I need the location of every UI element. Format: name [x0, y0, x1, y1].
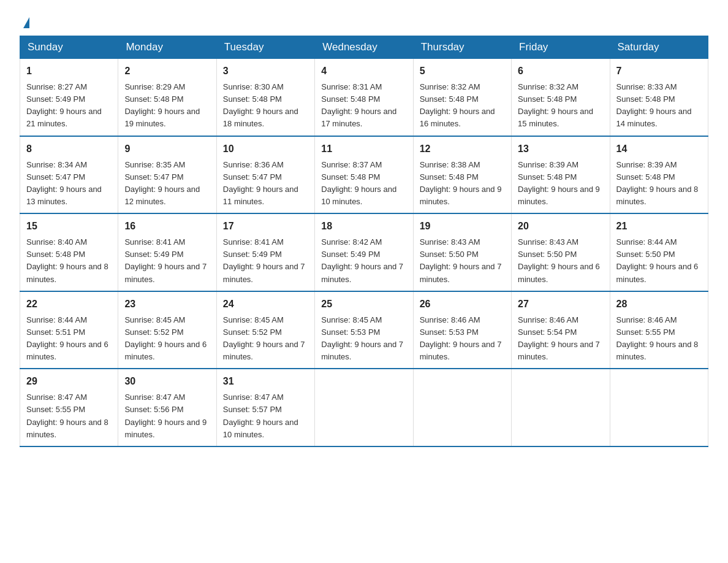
calendar-cell: 10Sunrise: 8:36 AMSunset: 5:47 PMDayligh…: [216, 136, 314, 214]
calendar-cell: [512, 369, 610, 446]
calendar-cell: 20Sunrise: 8:43 AMSunset: 5:50 PMDayligh…: [512, 213, 610, 291]
day-number: 18: [321, 219, 406, 234]
calendar-cell: 19Sunrise: 8:43 AMSunset: 5:50 PMDayligh…: [413, 213, 511, 291]
day-info: Sunrise: 8:47 AMSunset: 5:55 PMDaylight:…: [26, 393, 108, 439]
day-number: 5: [420, 64, 505, 79]
day-number: 15: [26, 219, 112, 234]
day-number: 4: [321, 64, 406, 79]
day-info: Sunrise: 8:47 AMSunset: 5:56 PMDaylight:…: [124, 393, 207, 439]
day-number: 11: [321, 142, 406, 156]
calendar-cell: 14Sunrise: 8:39 AMSunset: 5:48 PMDayligh…: [610, 136, 708, 214]
header-day-sunday: Sunday: [20, 36, 118, 59]
calendar-cell: 24Sunrise: 8:45 AMSunset: 5:52 PMDayligh…: [216, 291, 314, 369]
day-info: Sunrise: 8:37 AMSunset: 5:48 PMDaylight:…: [321, 160, 396, 206]
day-info: Sunrise: 8:42 AMSunset: 5:49 PMDaylight:…: [321, 237, 403, 283]
day-number: 3: [223, 64, 308, 79]
day-number: 9: [124, 142, 210, 156]
calendar-week-row: 15Sunrise: 8:40 AMSunset: 5:48 PMDayligh…: [20, 213, 708, 291]
day-number: 30: [124, 374, 210, 389]
day-info: Sunrise: 8:43 AMSunset: 5:50 PMDaylight:…: [420, 237, 502, 283]
calendar-cell: 9Sunrise: 8:35 AMSunset: 5:47 PMDaylight…: [118, 136, 216, 214]
day-info: Sunrise: 8:31 AMSunset: 5:48 PMDaylight:…: [321, 82, 396, 128]
day-info: Sunrise: 8:36 AMSunset: 5:47 PMDaylight:…: [223, 160, 298, 206]
day-info: Sunrise: 8:46 AMSunset: 5:55 PMDaylight:…: [616, 315, 699, 361]
calendar-cell: 18Sunrise: 8:42 AMSunset: 5:49 PMDayligh…: [315, 213, 413, 291]
day-info: Sunrise: 8:46 AMSunset: 5:53 PMDaylight:…: [420, 315, 502, 361]
day-number: 2: [124, 64, 210, 79]
day-info: Sunrise: 8:40 AMSunset: 5:48 PMDaylight:…: [26, 237, 108, 283]
day-number: 14: [616, 142, 702, 156]
calendar-cell: 30Sunrise: 8:47 AMSunset: 5:56 PMDayligh…: [118, 369, 216, 446]
header-day-tuesday: Tuesday: [216, 36, 314, 59]
day-number: 1: [26, 64, 112, 79]
day-info: Sunrise: 8:43 AMSunset: 5:50 PMDaylight:…: [518, 237, 600, 283]
day-number: 26: [420, 297, 505, 312]
calendar-header-row: SundayMondayTuesdayWednesdayThursdayFrid…: [20, 36, 708, 59]
calendar-cell: 21Sunrise: 8:44 AMSunset: 5:50 PMDayligh…: [610, 213, 708, 291]
calendar-week-row: 1Sunrise: 8:27 AMSunset: 5:49 PMDaylight…: [20, 59, 708, 136]
calendar-cell: 3Sunrise: 8:30 AMSunset: 5:48 PMDaylight…: [216, 59, 314, 136]
calendar-week-row: 29Sunrise: 8:47 AMSunset: 5:55 PMDayligh…: [20, 369, 708, 446]
calendar-cell: [610, 369, 708, 446]
calendar-cell: [315, 369, 413, 446]
calendar-cell: 28Sunrise: 8:46 AMSunset: 5:55 PMDayligh…: [610, 291, 708, 369]
day-info: Sunrise: 8:44 AMSunset: 5:51 PMDaylight:…: [26, 315, 108, 361]
day-number: 17: [223, 219, 308, 234]
logo: [20, 15, 29, 28]
day-number: 16: [124, 219, 210, 234]
day-info: Sunrise: 8:44 AMSunset: 5:50 PMDaylight:…: [616, 237, 699, 283]
day-info: Sunrise: 8:34 AMSunset: 5:47 PMDaylight:…: [26, 160, 102, 206]
day-number: 8: [26, 142, 112, 156]
header-day-friday: Friday: [512, 36, 610, 59]
day-number: 6: [518, 64, 603, 79]
header-day-monday: Monday: [118, 36, 216, 59]
calendar-cell: 26Sunrise: 8:46 AMSunset: 5:53 PMDayligh…: [413, 291, 511, 369]
day-number: 19: [420, 219, 505, 234]
day-info: Sunrise: 8:45 AMSunset: 5:52 PMDaylight:…: [223, 315, 305, 361]
day-number: 24: [223, 297, 308, 312]
day-info: Sunrise: 8:35 AMSunset: 5:47 PMDaylight:…: [124, 160, 200, 206]
day-info: Sunrise: 8:30 AMSunset: 5:48 PMDaylight:…: [223, 82, 298, 128]
header-day-saturday: Saturday: [610, 36, 708, 59]
calendar-cell: 8Sunrise: 8:34 AMSunset: 5:47 PMDaylight…: [20, 136, 118, 214]
calendar-cell: 11Sunrise: 8:37 AMSunset: 5:48 PMDayligh…: [315, 136, 413, 214]
calendar-cell: 6Sunrise: 8:32 AMSunset: 5:48 PMDaylight…: [512, 59, 610, 136]
day-number: 7: [616, 64, 702, 79]
day-number: 13: [518, 142, 603, 156]
day-info: Sunrise: 8:32 AMSunset: 5:48 PMDaylight:…: [420, 82, 495, 128]
logo-blue-text: [20, 17, 29, 28]
calendar-cell: 17Sunrise: 8:41 AMSunset: 5:49 PMDayligh…: [216, 213, 314, 291]
header-day-thursday: Thursday: [413, 36, 511, 59]
day-info: Sunrise: 8:39 AMSunset: 5:48 PMDaylight:…: [518, 160, 600, 206]
calendar-cell: 1Sunrise: 8:27 AMSunset: 5:49 PMDaylight…: [20, 59, 118, 136]
calendar-cell: 4Sunrise: 8:31 AMSunset: 5:48 PMDaylight…: [315, 59, 413, 136]
calendar-cell: 25Sunrise: 8:45 AMSunset: 5:53 PMDayligh…: [315, 291, 413, 369]
calendar-cell: 27Sunrise: 8:46 AMSunset: 5:54 PMDayligh…: [512, 291, 610, 369]
calendar-week-row: 22Sunrise: 8:44 AMSunset: 5:51 PMDayligh…: [20, 291, 708, 369]
day-info: Sunrise: 8:41 AMSunset: 5:49 PMDaylight:…: [124, 237, 207, 283]
calendar-cell: 22Sunrise: 8:44 AMSunset: 5:51 PMDayligh…: [20, 291, 118, 369]
day-info: Sunrise: 8:38 AMSunset: 5:48 PMDaylight:…: [420, 160, 502, 206]
calendar-cell: 7Sunrise: 8:33 AMSunset: 5:48 PMDaylight…: [610, 59, 708, 136]
day-info: Sunrise: 8:32 AMSunset: 5:48 PMDaylight:…: [518, 82, 593, 128]
calendar-cell: 13Sunrise: 8:39 AMSunset: 5:48 PMDayligh…: [512, 136, 610, 214]
day-number: 29: [26, 374, 112, 389]
day-info: Sunrise: 8:47 AMSunset: 5:57 PMDaylight:…: [223, 393, 298, 439]
day-info: Sunrise: 8:29 AMSunset: 5:48 PMDaylight:…: [124, 82, 200, 128]
day-number: 28: [616, 297, 702, 312]
day-info: Sunrise: 8:46 AMSunset: 5:54 PMDaylight:…: [518, 315, 600, 361]
calendar-table: SundayMondayTuesdayWednesdayThursdayFrid…: [20, 36, 708, 447]
day-number: 25: [321, 297, 406, 312]
calendar-cell: 16Sunrise: 8:41 AMSunset: 5:49 PMDayligh…: [118, 213, 216, 291]
day-number: 12: [420, 142, 505, 156]
day-info: Sunrise: 8:45 AMSunset: 5:53 PMDaylight:…: [321, 315, 403, 361]
header-day-wednesday: Wednesday: [315, 36, 413, 59]
day-number: 27: [518, 297, 603, 312]
page-header: [20, 15, 708, 28]
day-number: 31: [223, 374, 308, 389]
logo-triangle-icon: [23, 17, 29, 28]
day-info: Sunrise: 8:45 AMSunset: 5:52 PMDaylight:…: [124, 315, 207, 361]
day-number: 23: [124, 297, 210, 312]
calendar-cell: 23Sunrise: 8:45 AMSunset: 5:52 PMDayligh…: [118, 291, 216, 369]
day-number: 10: [223, 142, 308, 156]
